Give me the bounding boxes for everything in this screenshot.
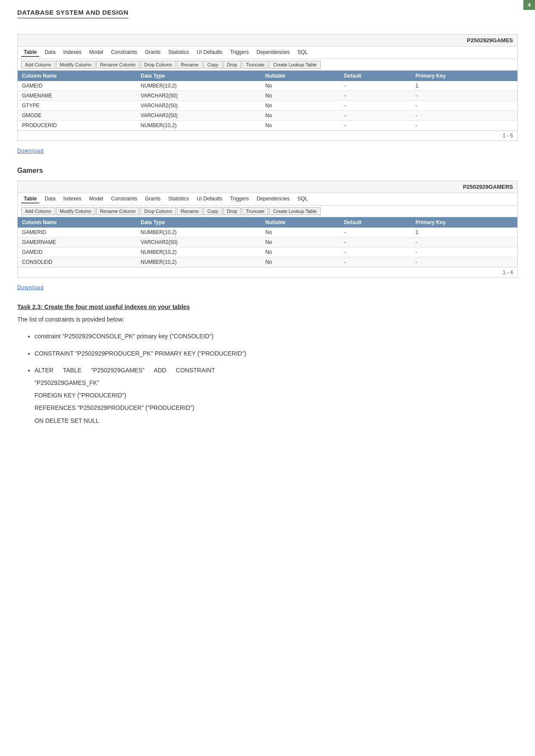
tab-uidefaults-games[interactable]: UI Defaults: [194, 48, 225, 57]
drop-btn-games[interactable]: Drop: [223, 61, 241, 69]
cell-datatype: VARCHAR2(50): [136, 101, 261, 111]
tab-dependencies-games[interactable]: Dependencies: [254, 48, 292, 57]
gamers-table: Column Name Data Type Nullable Default P…: [18, 217, 517, 267]
tab-table-games[interactable]: Table: [21, 48, 39, 57]
tab-grants-gamers[interactable]: Grants: [142, 195, 163, 203]
cell-pk: -: [411, 257, 517, 267]
col-header-datatype-gamers: Data Type: [136, 217, 261, 228]
cell-colname: GAMEID: [18, 247, 136, 257]
gamers-title: Gamers: [17, 167, 518, 175]
copy-btn-games[interactable]: Copy: [203, 61, 222, 69]
tab-model-gamers[interactable]: Model: [87, 195, 106, 203]
add-column-btn-games[interactable]: Add Column: [21, 61, 55, 69]
games-pagination: 1 - 5: [18, 131, 517, 141]
truncate-btn-games[interactable]: Truncate: [242, 61, 268, 69]
tab-uidefaults-gamers[interactable]: UI Defaults: [194, 195, 225, 203]
tab-triggers-gamers[interactable]: Triggers: [228, 195, 252, 203]
tab-constraints-games[interactable]: Constraints: [109, 48, 140, 57]
cell-pk: 1: [411, 81, 517, 91]
tab-statistics-games[interactable]: Statistics: [166, 48, 191, 57]
constraint-3-line1: ALTER TABLE "P2502929GAMES" ADD CONSTRAI…: [34, 365, 518, 376]
cell-default: -: [340, 81, 411, 91]
gamers-section: Gamers P2502929GAMERS Table Data Indexes…: [17, 167, 518, 291]
task-title: Task 2.3: Create the four most useful in…: [17, 303, 518, 310]
tab-data-games[interactable]: Data: [42, 48, 58, 57]
modify-column-btn-games[interactable]: Modify Column: [56, 61, 95, 69]
cell-default: -: [340, 228, 411, 237]
cell-colname: GAMERID: [18, 228, 136, 237]
list-item: ALTER TABLE "P2502929GAMES" ADD CONSTRAI…: [34, 365, 518, 426]
cell-nullable: No: [261, 247, 340, 257]
tab-indexes-games[interactable]: Indexes: [61, 48, 84, 57]
cell-pk: -: [411, 111, 517, 121]
games-panel-tabs: Table Data Indexes Model Constraints Gra…: [18, 47, 517, 59]
col-header-default-gamers: Default: [340, 217, 411, 228]
tab-table-gamers[interactable]: Table: [21, 195, 39, 203]
drop-column-btn-gamers[interactable]: Drop Column: [140, 207, 176, 215]
col-header-nullable-games: Nullable: [261, 71, 340, 81]
constraint-1: constraint "P2502929CONSOLE_PK" primary …: [34, 333, 213, 340]
tab-sql-games[interactable]: SQL: [295, 48, 310, 57]
tab-sql-gamers[interactable]: SQL: [295, 195, 310, 203]
col-header-nullable-gamers: Nullable: [261, 217, 340, 228]
add-column-btn-gamers[interactable]: Add Column: [21, 207, 55, 215]
rename-column-btn-gamers[interactable]: Rename Column: [96, 207, 140, 215]
gamers-panel: P2502929GAMERS Table Data Indexes Model …: [17, 181, 518, 278]
create-lookup-btn-games[interactable]: Create Lookup Table: [269, 61, 320, 69]
table-row: PRODUCERID NUMBER(10,2) No - -: [18, 121, 517, 131]
gamers-download-link[interactable]: Download: [17, 284, 44, 291]
tab-data-gamers[interactable]: Data: [42, 195, 58, 203]
cell-default: -: [340, 121, 411, 131]
games-table: Column Name Data Type Nullable Default P…: [18, 71, 517, 131]
cell-datatype: NUMBER(10,2): [136, 228, 261, 237]
games-panel-header: P2502929GAMES: [18, 34, 517, 47]
gamers-pagination: 1 - 4: [18, 267, 517, 277]
cell-nullable: No: [261, 257, 340, 267]
table-row: GAMENAME VARCHAR2(50) No - -: [18, 91, 517, 101]
list-item: constraint "P2502929CONSOLE_PK" primary …: [34, 331, 518, 342]
col-header-name-gamers: Column Name: [18, 217, 136, 228]
tab-indexes-gamers[interactable]: Indexes: [61, 195, 84, 203]
copy-btn-gamers[interactable]: Copy: [203, 207, 222, 215]
tab-statistics-gamers[interactable]: Statistics: [166, 195, 191, 203]
tab-triggers-games[interactable]: Triggers: [228, 48, 252, 57]
cell-nullable: No: [261, 91, 340, 101]
cell-default: -: [340, 257, 411, 267]
rename-column-btn-games[interactable]: Rename Column: [96, 61, 140, 69]
table-row: GAMERNAME VARCHAR2(50) No - -: [18, 237, 517, 247]
col-header-primarykey-games: Primary Key: [411, 71, 517, 81]
cell-default: -: [340, 111, 411, 121]
cell-datatype: NUMBER(10,2): [136, 121, 261, 131]
games-download-link[interactable]: Download: [17, 148, 44, 154]
tab-grants-games[interactable]: Grants: [142, 48, 163, 57]
drop-column-btn-games[interactable]: Drop Column: [140, 61, 176, 69]
tab-constraints-gamers[interactable]: Constraints: [109, 195, 140, 203]
cell-datatype: VARCHAR2(50): [136, 91, 261, 101]
table-row: GTYPE VARCHAR2(50) No - -: [18, 101, 517, 111]
table-row: CONSOLEID NUMBER(10,2) No - -: [18, 257, 517, 267]
rename-btn-gamers[interactable]: Rename: [177, 207, 203, 215]
table-row: GAMEID NUMBER(10,2) No - -: [18, 247, 517, 257]
col-header-datatype-games: Data Type: [136, 71, 261, 81]
modify-column-btn-gamers[interactable]: Modify Column: [56, 207, 95, 215]
constraint-3-line3: FOREIGN KEY ("PRODUCERID"): [34, 390, 518, 401]
cell-pk: -: [411, 247, 517, 257]
constraint-3-line2: "P2502929GAMES_FK": [34, 378, 518, 388]
cell-default: -: [340, 247, 411, 257]
truncate-btn-gamers[interactable]: Truncate: [242, 207, 268, 215]
list-item: CONSTRAINT "P2502929PRODUCER_PK" PRIMARY…: [34, 348, 518, 359]
cell-datatype: NUMBER(10,2): [136, 247, 261, 257]
tab-dependencies-gamers[interactable]: Dependencies: [254, 195, 292, 203]
cell-colname: GAMERNAME: [18, 237, 136, 247]
cell-datatype: NUMBER(10,2): [136, 257, 261, 267]
table-row: GMODE VARCHAR2(50) No - -: [18, 111, 517, 121]
constraint-3-line5: ON DELETE SET NULL: [34, 415, 518, 426]
tab-model-games[interactable]: Model: [87, 48, 106, 57]
games-panel-toolbar: Add Column Modify Column Rename Column D…: [18, 59, 517, 71]
rename-btn-games[interactable]: Rename: [177, 61, 203, 69]
col-header-primarykey-gamers: Primary Key: [411, 217, 517, 228]
cell-colname: GAMEID: [18, 81, 136, 91]
cell-pk: -: [411, 237, 517, 247]
create-lookup-btn-gamers[interactable]: Create Lookup Table: [269, 207, 320, 215]
drop-btn-gamers[interactable]: Drop: [223, 207, 241, 215]
